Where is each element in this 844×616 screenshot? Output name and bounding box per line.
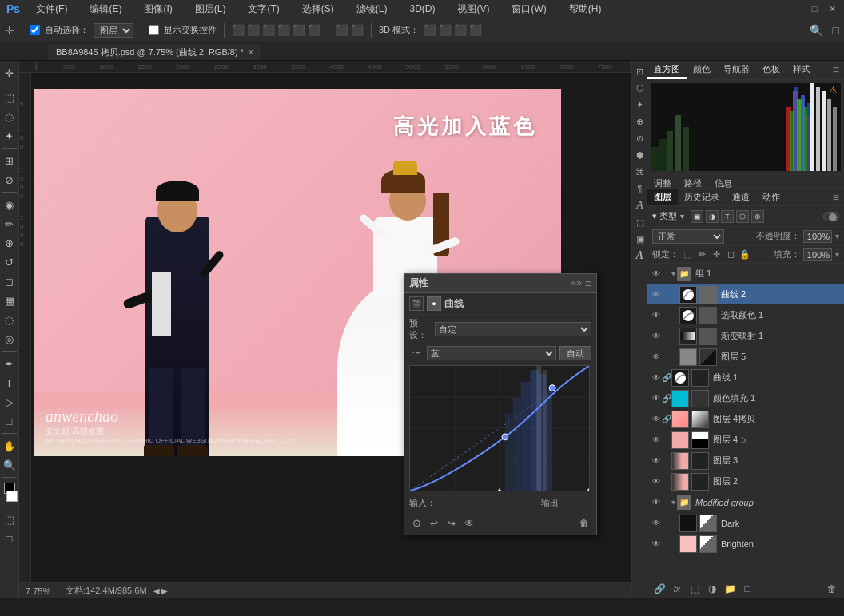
prop-preset-select[interactable]: 自定	[435, 322, 591, 336]
tab-close-button[interactable]: ×	[249, 48, 253, 57]
group-expand-icon[interactable]: ▾	[671, 269, 675, 278]
prop-node-icon[interactable]: ⊙	[409, 516, 424, 531]
blend-mode-select[interactable]: 正常	[652, 229, 724, 244]
prop-channel-select[interactable]: 蓝	[427, 346, 556, 360]
lasso-tool[interactable]: ◌	[1, 108, 18, 125]
quick-mask-tool[interactable]: ⬚	[1, 511, 18, 528]
menu-help[interactable]: 帮助(H)	[563, 0, 608, 18]
layer-row-layer5[interactable]: 👁 图层 5	[647, 347, 844, 368]
prop-menu-icon[interactable]: ≡	[585, 277, 591, 290]
eraser-tool[interactable]: ◻	[1, 272, 18, 290]
hist-tab-swatches[interactable]: 色板	[756, 61, 786, 79]
eye-icon-layer3[interactable]: 👁	[651, 455, 662, 467]
layer-row-modifiedgroup[interactable]: 👁 ▾ 📁 Modified group	[647, 492, 844, 513]
link-layers-icon[interactable]: 🔗	[652, 582, 667, 596]
layers-tab[interactable]: 图层	[647, 189, 678, 205]
crop-tool[interactable]: ⊞	[1, 152, 18, 169]
spot-heal-tool[interactable]: ◉	[1, 196, 18, 213]
layer-row-layer4[interactable]: 👁 图层 4 fx	[647, 430, 844, 451]
hist-tab-color[interactable]: 颜色	[687, 61, 717, 79]
r-tool-9[interactable]: A	[633, 198, 647, 213]
menu-layer[interactable]: 图层(L)	[189, 0, 233, 18]
new-fill-icon[interactable]: ◑	[705, 582, 719, 596]
brush-tool[interactable]: ✏	[1, 215, 18, 232]
history-tab[interactable]: 历史记录	[678, 189, 726, 205]
3d-rotate-icon[interactable]: ⬛	[424, 24, 436, 36]
3d-camera-icon[interactable]: ⬛	[469, 24, 482, 36]
move-tool[interactable]: ✛	[1, 64, 18, 81]
search-icon[interactable]: 🔍	[810, 24, 823, 37]
menu-3d[interactable]: 3D(D)	[403, 0, 441, 18]
add-mask-icon[interactable]: ⬚	[687, 582, 702, 596]
eye-icon-layer2[interactable]: 👁	[651, 476, 662, 487]
channels-tab[interactable]: 通道	[726, 189, 756, 205]
r-tool-1[interactable]: ⊡	[633, 64, 647, 78]
menu-window[interactable]: 窗口(W)	[505, 0, 552, 18]
hist-tab-navigator[interactable]: 导航器	[717, 61, 756, 79]
eye-icon-layer4[interactable]: 👁	[651, 435, 662, 446]
layer-row-brighten[interactable]: 👁 Brighten	[647, 534, 844, 554]
lock-all-icon[interactable]: 🔒	[739, 249, 750, 260]
menu-file[interactable]: 文件(F)	[30, 0, 74, 18]
filter-pixel-icon[interactable]: ▣	[691, 210, 703, 223]
zoom-tool[interactable]: 🔍	[1, 456, 18, 474]
menu-view[interactable]: 视图(V)	[451, 0, 496, 18]
filter-toggle[interactable]	[823, 212, 839, 221]
active-tab[interactable]: BB8A9845 拷贝.psd @ 7.75% (曲线 2, RGB/8) * …	[48, 44, 262, 60]
layer-row-layer4copy[interactable]: 👁 🔗 图层 4拷贝	[647, 409, 844, 430]
opacity-input[interactable]	[803, 230, 832, 243]
shape-tool[interactable]: □	[1, 412, 18, 430]
layer-row-curves2[interactable]: 👁 曲线 2	[647, 284, 844, 305]
auto-select-checkbox[interactable]	[30, 25, 40, 35]
eye-icon-modifiedgroup[interactable]: 👁	[651, 497, 662, 508]
dist-h-icon[interactable]: ⬛	[336, 24, 348, 36]
eye-icon-colorfill1[interactable]: 👁	[651, 393, 662, 404]
workspace-icon[interactable]: □	[833, 24, 839, 37]
align-top-icon[interactable]: ⬛	[277, 24, 290, 36]
align-bottom-icon[interactable]: ⬛	[308, 24, 320, 36]
blur-tool[interactable]: ◌	[1, 311, 18, 328]
modifiedgroup-expand-icon[interactable]: ▾	[671, 498, 675, 507]
prop-visibility-icon[interactable]: 👁	[462, 516, 476, 531]
menu-type[interactable]: 文字(T)	[241, 0, 285, 18]
opacity-chevron[interactable]: ▾	[835, 232, 839, 240]
fx-icon[interactable]: fx	[670, 582, 684, 596]
prop-auto-button[interactable]: 自动	[559, 346, 591, 360]
text-tool[interactable]: T	[1, 374, 18, 391]
layer-row-selectcolor1[interactable]: 👁 选取颜色 1	[647, 305, 844, 326]
close-button[interactable]: ✕	[826, 3, 838, 14]
layers-panel-menu[interactable]: ≡	[828, 189, 844, 205]
eye-icon-brighten[interactable]: 👁	[651, 539, 662, 550]
menu-edit[interactable]: 编辑(E)	[83, 0, 128, 18]
clone-tool[interactable]: ⊕	[1, 234, 18, 252]
panel-menu-icon[interactable]: ≡	[828, 61, 844, 79]
prop-expand-icon[interactable]: «»	[571, 277, 581, 290]
prop-undo-icon[interactable]: ↩	[427, 516, 441, 531]
fill-input[interactable]	[803, 248, 832, 261]
3d-pan-icon[interactable]: ⬛	[439, 24, 452, 36]
prop-redo-icon[interactable]: ↪	[444, 516, 459, 531]
nav-arrows[interactable]: ◀ ▶	[153, 586, 169, 595]
align-center-icon[interactable]: ⬛	[247, 24, 260, 36]
menu-filter[interactable]: 滤镜(L)	[350, 0, 394, 18]
align-right-icon[interactable]: ⬛	[262, 24, 275, 36]
dist-v-icon[interactable]: ⬛	[351, 24, 364, 36]
dodge-tool[interactable]: ◎	[1, 330, 18, 348]
lock-pixel-icon[interactable]: ✏	[696, 249, 707, 260]
eye-icon-curves1[interactable]: 👁	[651, 372, 662, 384]
r-tool-7[interactable]: ⌘	[633, 165, 647, 179]
histogram-warning-icon[interactable]: ⚠	[829, 85, 838, 96]
align-left-icon[interactable]: ⬛	[232, 24, 245, 36]
background-color[interactable]	[6, 491, 18, 502]
layer-row-gradientmap1[interactable]: 👁 渐变映射 1	[647, 326, 844, 347]
layer-row-layer3[interactable]: 👁 图层 3	[647, 451, 844, 471]
align-middle-icon[interactable]: ⬛	[293, 24, 305, 36]
fill-chevron[interactable]: ▾	[835, 250, 839, 259]
r-tool-11[interactable]: ▣	[633, 232, 647, 246]
eyedropper-tool[interactable]: ⊘	[1, 171, 18, 189]
lock-position-icon[interactable]: ✛	[711, 249, 722, 260]
eye-icon-gradientmap1[interactable]: 👁	[651, 331, 662, 342]
eye-icon-dark[interactable]: 👁	[651, 518, 662, 529]
lock-transparent-icon[interactable]: ⬚	[682, 249, 693, 260]
eye-icon-group1[interactable]: 👁	[651, 268, 662, 280]
